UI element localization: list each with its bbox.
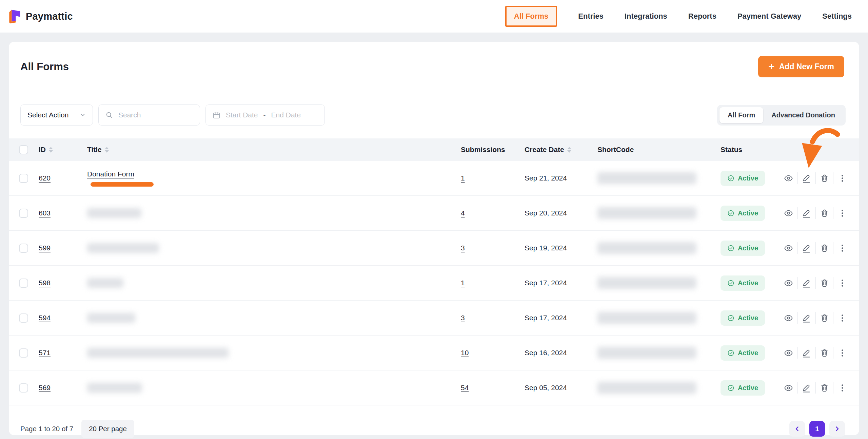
row-checkbox[interactable] [19, 313, 28, 323]
more-button[interactable] [833, 343, 851, 362]
nav-item-entries: Entries [578, 12, 604, 21]
edit-button[interactable] [798, 308, 815, 327]
sort-icon [567, 147, 571, 153]
create-date: Sep 21, 2024 [525, 174, 567, 182]
status-label: Active [738, 244, 758, 252]
form-title-link[interactable]: Donation Form [87, 170, 134, 178]
form-id-link[interactable]: 599 [39, 244, 51, 252]
table-row: 571 10 Sep 16, 2024 Act [9, 336, 859, 370]
form-id-link[interactable]: 620 [39, 174, 51, 182]
next-page-button[interactable] [829, 421, 845, 437]
create-date: Sep 16, 2024 [525, 349, 567, 357]
search-input[interactable] [118, 111, 193, 119]
top-bar: Paymattic All Forms Entries Integrations… [0, 0, 868, 33]
previous-page-button[interactable] [789, 421, 805, 437]
edit-button[interactable] [798, 378, 815, 397]
form-id-link[interactable]: 598 [39, 279, 51, 287]
per-page-dropdown[interactable]: 20 Per page [81, 420, 134, 438]
redacted-shortcode [597, 312, 696, 324]
view-button[interactable] [780, 343, 797, 362]
create-date: Sep 19, 2024 [525, 244, 567, 252]
redacted-shortcode [597, 207, 696, 219]
row-checkbox[interactable] [19, 279, 28, 288]
status-badge: Active [721, 171, 765, 186]
view-button[interactable] [780, 378, 797, 397]
column-header-create-date[interactable]: Create Date [525, 146, 597, 154]
status-badge: Active [721, 241, 765, 256]
view-button[interactable] [780, 204, 797, 223]
more-button[interactable] [833, 308, 851, 327]
row-checkbox[interactable] [19, 383, 28, 393]
submissions-count-link[interactable]: 10 [461, 349, 469, 357]
more-button[interactable] [833, 273, 851, 292]
form-id-link[interactable]: 603 [39, 209, 51, 217]
toggle-all-form[interactable]: All Form [719, 107, 763, 123]
nav-item-label[interactable]: Entries [578, 12, 604, 21]
toggle-advanced-donation[interactable]: Advanced Donation [763, 107, 843, 123]
edit-button[interactable] [798, 238, 815, 257]
submissions-count-link[interactable]: 3 [461, 244, 465, 252]
view-button[interactable] [780, 169, 797, 188]
table-row: 603 4 Sep 20, 2024 Acti [9, 196, 859, 231]
current-page-button[interactable]: 1 [809, 421, 825, 437]
form-id-link[interactable]: 571 [39, 349, 51, 357]
row-checkbox[interactable] [19, 209, 28, 218]
row-checkbox[interactable] [19, 348, 28, 358]
submissions-count-link[interactable]: 1 [461, 279, 465, 287]
date-range-picker[interactable]: Start Date - End Date [205, 104, 325, 126]
form-id-link[interactable]: 594 [39, 314, 51, 322]
column-header-title[interactable]: Title [87, 146, 461, 154]
edit-button[interactable] [798, 169, 815, 188]
nav-item-label[interactable]: Reports [688, 12, 716, 21]
add-new-form-button[interactable]: + Add New Form [758, 56, 844, 77]
filter-bar: Select Action Start Date - [9, 104, 859, 126]
more-button[interactable] [833, 204, 851, 223]
form-id-link[interactable]: 569 [39, 384, 51, 392]
check-circle-icon [727, 349, 734, 357]
delete-button[interactable] [816, 273, 833, 292]
nav-item-settings: Settings [822, 12, 852, 21]
paymattic-logo-icon [8, 9, 21, 24]
nav-item-label[interactable]: All Forms [514, 12, 548, 21]
view-button[interactable] [780, 238, 797, 257]
delete-button[interactable] [816, 308, 833, 327]
redacted-form-title [87, 243, 159, 253]
page-summary: Page 1 to 20 of 7 [20, 425, 73, 433]
edit-button[interactable] [798, 273, 815, 292]
select-action-dropdown[interactable]: Select Action [20, 104, 93, 126]
status-label: Active [738, 384, 758, 392]
column-header-id[interactable]: ID [39, 146, 87, 154]
view-button[interactable] [780, 273, 797, 292]
more-button[interactable] [833, 238, 851, 257]
delete-button[interactable] [816, 343, 833, 362]
status-label: Active [738, 279, 758, 287]
row-checkbox[interactable] [19, 174, 28, 183]
delete-button[interactable] [816, 378, 833, 397]
main-nav: All Forms Entries Integrations Reports P… [505, 6, 852, 27]
more-button[interactable] [833, 169, 851, 188]
more-button[interactable] [833, 378, 851, 397]
nav-item-reports: Reports [688, 12, 716, 21]
all-forms-card: All Forms + Add New Form Select Action [9, 42, 859, 435]
nav-item-label[interactable]: Settings [822, 12, 852, 21]
submissions-count-link[interactable]: 1 [461, 174, 465, 182]
edit-button[interactable] [798, 204, 815, 223]
row-checkbox[interactable] [19, 244, 28, 253]
submissions-count-link[interactable]: 4 [461, 209, 465, 217]
select-all-checkbox[interactable] [19, 145, 28, 154]
pagination: 1 [789, 421, 845, 437]
view-button[interactable] [780, 308, 797, 327]
sort-icon [105, 147, 109, 153]
delete-button[interactable] [816, 238, 833, 257]
submissions-count-link[interactable]: 54 [461, 384, 469, 392]
nav-item-label[interactable]: Payment Gateway [737, 12, 801, 21]
status-label: Active [738, 314, 758, 322]
delete-button[interactable] [816, 204, 833, 223]
end-date-placeholder: End Date [271, 111, 301, 119]
edit-button[interactable] [798, 343, 815, 362]
redacted-shortcode [597, 242, 696, 254]
nav-item-label[interactable]: Integrations [625, 12, 667, 21]
submissions-count-link[interactable]: 3 [461, 314, 465, 322]
check-circle-icon [727, 314, 734, 322]
delete-button[interactable] [816, 169, 833, 188]
